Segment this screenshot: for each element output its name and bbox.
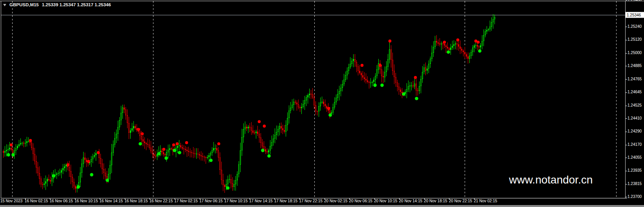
current-price-value: 1.25346 [627, 13, 641, 17]
buy-signal-dot [447, 51, 450, 54]
buy-signal-dot [7, 153, 10, 157]
price-axis: 1.254801.252401.251201.250001.248851.247… [626, 0, 642, 199]
time-tick-label: 17 Nov 22:15 [299, 199, 323, 203]
time-tick-label: 20 Nov 22:15 [449, 199, 473, 203]
price-tick-label: 1.24885 [628, 64, 642, 68]
time-tick-label: 16 Nov 18:15 [124, 199, 148, 203]
sell-signal-dot [141, 133, 144, 136]
sell-signal-dot [258, 120, 261, 123]
sell-signal-dot [172, 143, 175, 147]
time-tick-label: 20 Nov 02:15 [324, 199, 348, 203]
price-tick-label: 1.24525 [628, 103, 642, 107]
buy-signal-dot [52, 174, 55, 178]
sell-signal-dot [217, 142, 221, 145]
buy-signal-dot [77, 185, 80, 189]
price-tick-label: 1.25240 [628, 24, 642, 29]
buy-signal-dot [226, 186, 230, 190]
sell-signal-dot [389, 40, 392, 43]
price-tick-label: 1.25120 [628, 37, 642, 42]
time-tick-label: 21 Nov 02:15 [474, 199, 497, 203]
buy-signal-dot [139, 142, 142, 145]
price-tick-label: 1.24410 [628, 116, 642, 120]
sell-signal-dot [456, 38, 460, 42]
buy-signal-dot [478, 49, 482, 53]
sell-signal-dot [263, 125, 266, 128]
buy-signal-dot [173, 149, 176, 152]
price-tick-label: 1.23935 [628, 168, 642, 172]
buy-signal-dot [90, 173, 93, 176]
time-tick-label: 20 Nov 10:15 [374, 199, 398, 203]
price-tick-label: 1.25480 [628, 0, 642, 2]
sell-signal-dot [87, 160, 90, 163]
price-tick-label: 1.24170 [628, 142, 642, 147]
time-tick-label: 17 Nov 02:15 [174, 199, 198, 203]
candles [3, 14, 495, 193]
time-tick-label: 15 Nov 2023 [0, 199, 23, 203]
time-tick-label: 16 Nov 02:15 [25, 199, 48, 203]
sell-signal-dot [443, 41, 446, 44]
buy-signal-dot [380, 84, 384, 87]
buy-signal-dot [261, 149, 265, 152]
time-tick-label: 20 Nov 18:15 [424, 199, 447, 203]
chart-title-bar: GBPUSD,M15 1.25339 1.25347 1.25317 1.253… [3, 2, 111, 7]
sell-signal-dot [414, 76, 417, 79]
buy-signal-dot [267, 154, 271, 158]
sell-signal-dot [162, 148, 166, 151]
buy-signal-dot [164, 156, 168, 160]
price-tick-label: 1.23700 [628, 194, 642, 199]
price-tick-label: 1.25000 [628, 51, 642, 55]
time-tick-label: 16 Nov 14:15 [100, 199, 123, 203]
time-tick-label: 17 Nov 10:15 [224, 199, 248, 203]
sell-signal-dot [97, 151, 100, 154]
time-tick-label: 17 Nov 18:15 [274, 199, 298, 203]
sell-signal-dot [29, 139, 32, 142]
price-tick-label: 1.24290 [628, 129, 642, 133]
time-tick-label: 16 Nov 22:15 [150, 199, 173, 203]
time-tick-label: 16 Nov 06:15 [49, 199, 73, 203]
sell-signal-dot [327, 107, 330, 110]
price-tick-label: 1.24645 [628, 90, 642, 94]
buy-signal-dot [11, 153, 15, 157]
price-tick-label: 1.23815 [628, 182, 642, 186]
buy-signal-dot [209, 159, 213, 162]
time-tick-label: 16 Nov 10:15 [75, 199, 98, 203]
time-tick-label: 20 Nov 06:15 [349, 199, 372, 203]
buy-signal-dot [106, 178, 109, 182]
sell-signal-dot [185, 141, 188, 144]
price-tick-label: 1.24055 [628, 155, 642, 160]
price-tick-label: 1.24765 [628, 77, 642, 81]
buy-signal-dot [373, 84, 377, 87]
mt4-chart-window: 15 Nov 202316 Nov 02:1516 Nov 06:1516 No… [0, 0, 644, 207]
symbol-period-label: GBPUSD,M15 [9, 2, 39, 7]
buy-signal-dot [328, 113, 332, 117]
symbol-dropdown-icon[interactable] [3, 4, 6, 6]
buy-signal-dot [157, 152, 161, 156]
buy-signal-dot [402, 93, 405, 96]
sell-signal-dot [10, 143, 13, 147]
signal-dots [7, 38, 482, 190]
sell-signal-dot [477, 41, 480, 44]
time-axis: 15 Nov 202316 Nov 02:1516 Nov 06:1516 No… [0, 198, 498, 203]
current-price-label: 1.25346 [626, 12, 644, 18]
sell-signal-dot [379, 64, 382, 67]
buy-signal-dot [415, 97, 418, 100]
sell-signal-dot [67, 163, 70, 166]
sell-signal-dot [176, 142, 179, 145]
time-tick-label: 17 Nov 06:15 [199, 199, 223, 203]
ohlc-quotes-label: 1.25339 1.25347 1.25317 1.25346 [42, 2, 111, 7]
sell-signal-dot [361, 64, 364, 67]
sell-signal-dot [137, 128, 140, 131]
watermark-text: www.notandor.cn [509, 174, 593, 186]
time-tick-label: 17 Nov 14:15 [249, 199, 273, 203]
buy-signal-dot [178, 151, 181, 154]
time-tick-label: 20 Nov 14:15 [399, 199, 423, 203]
